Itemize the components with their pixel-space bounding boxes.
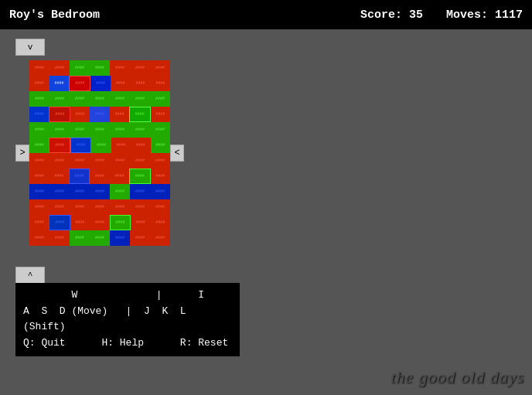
title-bar: Roy's Bedroom Score: 35 Moves: 1117 bbox=[0, 0, 532, 29]
board-row: #### #### #### #### #### #### #### bbox=[29, 153, 170, 169]
board-row: #### #### #### #### #### #### #### bbox=[29, 169, 170, 184]
board-row: #### #### #### #### #### #### #### bbox=[29, 122, 170, 138]
game-board: #### #### #### #### #### #### #### #### … bbox=[29, 60, 170, 246]
board-row: #### #### #### #### #### #### #### bbox=[29, 60, 170, 76]
board-row: #### #### #### #### #### #### #### bbox=[29, 76, 170, 91]
keyboard-help-panel: W | I A S D (Move) | J K L (Shift) Q: Qu… bbox=[15, 283, 240, 356]
board-row: #### #### #### #### #### #### #### bbox=[29, 215, 170, 230]
board-area: > #### #### #### #### #### #### #### ###… bbox=[15, 60, 184, 246]
board-row: #### #### #### #### #### #### #### bbox=[29, 91, 170, 107]
board-row: #### #### #### #### #### #### #### bbox=[29, 107, 170, 122]
keyboard-row-3: Q: Quit H: Help R: Reset bbox=[23, 335, 232, 352]
scroll-up-button[interactable]: v bbox=[15, 39, 45, 56]
moves-display: Moves: 1117 bbox=[446, 9, 523, 22]
score-display: Score: 35 bbox=[360, 9, 423, 22]
score-moves-area: Score: 35 Moves: 1117 bbox=[360, 9, 523, 22]
game-title: Roy's Bedroom bbox=[9, 9, 100, 22]
board-row: #### #### #### #### #### #### #### bbox=[29, 230, 170, 246]
scroll-right-button[interactable]: < bbox=[170, 145, 184, 162]
board-row: #### #### #### #### #### #### #### bbox=[29, 138, 170, 153]
board-row: #### #### #### #### #### #### #### bbox=[29, 199, 170, 215]
board-row: #### #### #### #### #### #### #### bbox=[29, 184, 170, 199]
scroll-down-button[interactable]: ^ bbox=[15, 267, 45, 284]
watermark: the good old days bbox=[390, 367, 524, 387]
scroll-left-button[interactable]: > bbox=[15, 145, 29, 162]
keyboard-row-1: W | I bbox=[23, 288, 232, 304]
keyboard-row-2: A S D (Move) | J K L (Shift) bbox=[23, 304, 232, 336]
